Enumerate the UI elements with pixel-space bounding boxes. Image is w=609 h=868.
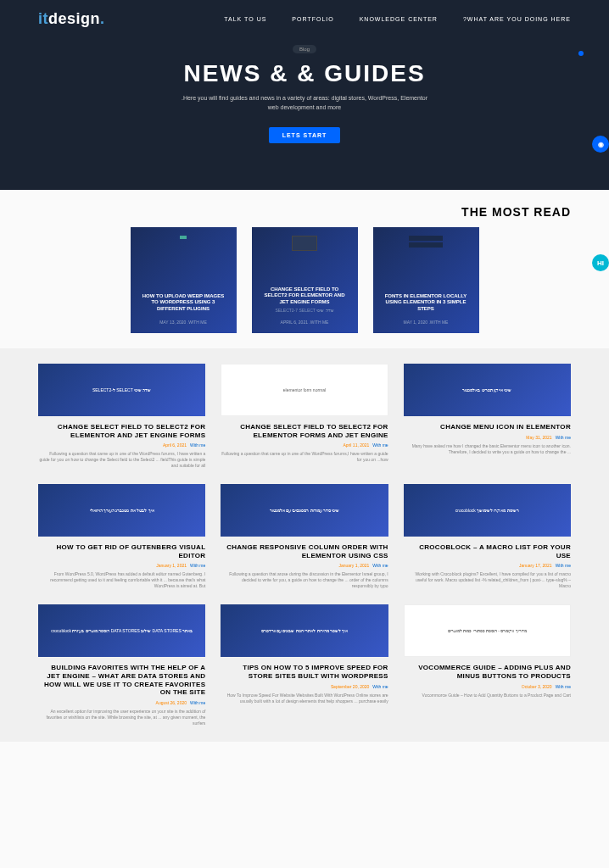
post-title: TIPS ON HOW TO 5 IMPROVE SPEED FOR STORE… (221, 664, 388, 680)
post-meta: August 26, 2020With me (38, 700, 205, 705)
nav-portfolio[interactable]: PORTFOLIO (292, 16, 333, 22)
post-card[interactable]: crocoblock רשימת מאקרו לשימושךCROCOBLOCK… (404, 484, 571, 589)
header: itdesign. TALK TO US PORTFOLIO KNOWLEDGE… (0, 0, 609, 190)
post-thumbnail: איך לשפר מהירות לאתרי חנות שבונים עם וור… (221, 604, 388, 657)
hero-subtitle: .Here you will find guides and news in a… (0, 94, 609, 112)
featured-cards: HOW TO UPLOAD WEBP IMAGES TO WORDPRESS U… (0, 227, 609, 348)
post-thumb-text: איך לשפר מהירות לאתרי חנות שבונים עם וור… (261, 628, 349, 633)
card-meta: MAY 13, 2020 .WITH ME (139, 320, 228, 325)
post-title: CHANGE RESPONSIVE COLUMN ORDER WITH ELEM… (221, 543, 388, 559)
post-author: With me (372, 684, 388, 689)
card-meta: APRIL 6, 2021 .WITH ME (260, 320, 349, 325)
featured-card[interactable]: FONTS IN ELEMENTOR LOCALLY USING ELEMENT… (373, 227, 479, 333)
post-meta: April 11, 2021With me (221, 442, 388, 448)
post-date: January 1, 2021 (338, 563, 369, 568)
section-title-mostread: THE MOST READ (0, 190, 609, 227)
post-card[interactable]: איך לשפר מהירות לאתרי חנות שבונים עם וור… (221, 604, 388, 726)
post-thumbnail: crocoblock רשימת מאקרו לשימושך (404, 484, 571, 537)
post-thumb-text: elementor form normal (283, 387, 326, 392)
fab-chat-icon[interactable]: HI (592, 254, 609, 271)
post-thumb-text: crocoblock רשימת מאקרו לשימושך (455, 508, 519, 513)
post-meta: April 6, 2021With me (38, 442, 205, 448)
card-sub: SELECT2-7 SELECT שדה שינוי (260, 308, 349, 313)
featured-card[interactable]: CHANGE SELECT FIELD TO SELECT2 FOR ELEME… (252, 227, 358, 333)
post-thumbnail: שינוי אייקון תפריט באלמנטור (404, 364, 571, 416)
post-excerpt: Following a question that came up in one… (221, 451, 388, 463)
post-thumbnail: crocoblock הוספה מוצרים בעזרת DATA STORE… (38, 604, 205, 657)
hero-title: NEWS & & GUIDES (0, 60, 609, 87)
post-card[interactable]: SELECT2-ל SELECT שדה שינויCHANGE SELECT … (38, 364, 205, 469)
nav-bar: itdesign. TALK TO US PORTFOLIO KNOWLEDGE… (0, 10, 609, 28)
post-card[interactable]: שינוי אייקון תפריט באלמנטורCHANGE MENU I… (404, 364, 571, 469)
post-thumbnail: elementor form normal (221, 364, 388, 416)
post-thumb-text: איך לבטל את גוטנברג העורך הויזואלי (90, 508, 154, 513)
featured-card[interactable]: HOW TO UPLOAD WEBP IMAGES TO WORDPRESS U… (131, 227, 237, 333)
post-author: With me (556, 435, 571, 440)
post-thumbnail: SELECT2-ל SELECT שדה שינוי (38, 364, 205, 416)
dot-icon (578, 51, 584, 56)
post-meta: January 1, 2021With me (221, 563, 388, 568)
card-thumb-icon (180, 236, 187, 239)
post-title: HOW TO GET RID OF GUTENBERG VISUAL EDITO… (38, 543, 205, 559)
nav-what[interactable]: ?WHAT ARE YOU DOING HERE (463, 16, 571, 22)
post-title: VOCOMMERCE GUIDE – ADDING PLUS AND MINUS… (404, 664, 571, 680)
post-thumb-text: crocoblock הוספה מוצרים בעזרת DATA STORE… (51, 628, 193, 633)
logo[interactable]: itdesign. (38, 10, 105, 28)
posts-section: SELECT2-ל SELECT שדה שינויCHANGE SELECT … (0, 348, 609, 742)
post-author: With me (190, 563, 205, 568)
post-author: With me (556, 563, 571, 568)
post-author: With me (556, 684, 571, 689)
post-thumb-text: מדריך ווקומרס - הוספת כפתורי כמות למוצרי… (448, 628, 527, 633)
post-thumbnail: מדריך ווקומרס - הוספת כפתורי כמות למוצרי… (404, 604, 571, 657)
post-date: September 20, 2020 (331, 684, 369, 689)
post-excerpt: An excellent option for improving the us… (38, 709, 205, 726)
post-excerpt: Working with Crocoblock plugins? Excelle… (404, 571, 571, 589)
card-thumb-icon (409, 236, 443, 241)
post-thumb-text: SELECT2-ל SELECT שדה שינוי (92, 387, 151, 392)
post-date: January 1, 2021 (156, 563, 187, 568)
post-author: With me (190, 700, 205, 705)
card-thumb-icon (292, 236, 317, 251)
nav-knowledge[interactable]: KNOWLEDGE CENTER (360, 16, 438, 22)
post-date: April 6, 2021 (163, 442, 187, 448)
post-excerpt: How To Improve Speed For Website Website… (221, 693, 388, 704)
post-card[interactable]: שינוי סדר עמודות רספונסיבי עם אלמנטורCHA… (221, 484, 388, 589)
post-date: January 17, 2021 (519, 563, 552, 568)
post-excerpt: Vocommorce Guide – How to Add Quantity B… (404, 693, 571, 698)
post-author: With me (372, 442, 388, 448)
post-meta: January 17, 2021With me (404, 563, 571, 568)
post-thumbnail: שינוי סדר עמודות רספונסיבי עם אלמנטור (221, 484, 388, 537)
post-title: BUILDING FAVORITES WITH THE HELP OF A JE… (38, 664, 205, 696)
post-title: CHANGE SELECT FIELD TO SELECT2 FOR ELEME… (38, 423, 205, 439)
post-card[interactable]: מדריך ווקומרס - הוספת כפתורי כמות למוצרי… (404, 604, 571, 726)
post-date: October 3, 2020 (522, 684, 552, 689)
nav-talk[interactable]: TALK TO US (224, 16, 266, 22)
post-excerpt: Following a question that arose during t… (221, 571, 388, 589)
post-date: August 26, 2020 (156, 700, 187, 705)
post-thumb-text: שינוי סדר עמודות רספונסיבי עם אלמנטור (270, 508, 340, 513)
post-meta: October 3, 2020With me (404, 684, 571, 689)
nav-links: TALK TO US PORTFOLIO KNOWLEDGE CENTER ?W… (224, 16, 571, 22)
post-meta: January 1, 2021With me (38, 563, 205, 568)
fab-accessibility-icon[interactable]: ◉ (592, 136, 609, 153)
post-excerpt: Following a question that came up in one… (38, 451, 205, 469)
post-thumb-text: שינוי אייקון תפריט באלמנטור (462, 387, 511, 392)
post-meta: May 31, 2021With me (404, 435, 571, 440)
hero-badge: Blog (293, 45, 316, 53)
post-date: May 31, 2021 (526, 435, 551, 440)
post-excerpt: From WordPress 5.0, WordPress has added … (38, 571, 205, 589)
post-card[interactable]: איך לבטל את גוטנברג העורך הויזואליHOW TO… (38, 484, 205, 589)
posts-grid: SELECT2-ל SELECT שדה שינויCHANGE SELECT … (38, 364, 571, 726)
post-excerpt: Many have asked me how I changed the bas… (404, 443, 571, 455)
post-title: CROCOBLOCK – A MACRO LIST FOR YOUR USE (404, 543, 571, 559)
post-card[interactable]: elementor form normalCHANGE SELECT FIELD… (221, 364, 388, 469)
card-title: CHANGE SELECT FIELD TO SELECT2 FOR ELEME… (260, 287, 349, 306)
post-title: CHANGE SELECT FIELD TO SELECT2 FOR ELEME… (221, 423, 388, 439)
post-card[interactable]: crocoblock הוספה מוצרים בעזרת DATA STORE… (38, 604, 205, 726)
post-author: With me (372, 563, 388, 568)
post-title: CHANGE MENU ICON IN ELEMENTOR (404, 423, 571, 431)
card-meta: MAY 1, 2020 .WITH ME (382, 320, 471, 325)
hero-cta-button[interactable]: LETS START (269, 127, 341, 143)
card-thumb-icon (409, 242, 443, 248)
post-date: April 11, 2021 (343, 442, 369, 448)
